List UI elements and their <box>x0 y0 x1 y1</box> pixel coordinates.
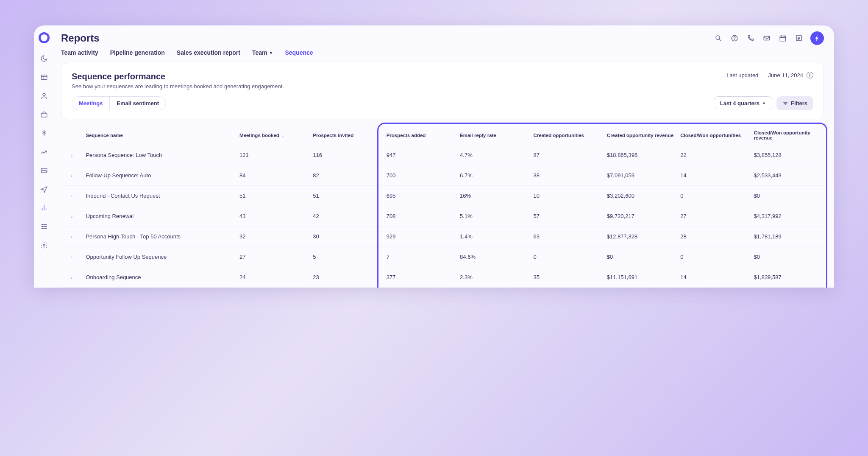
main-content: Reports Team activity Pipeline generatio… <box>54 25 834 288</box>
svg-point-8 <box>44 226 45 227</box>
svg-rect-0 <box>41 75 47 80</box>
svg-point-10 <box>42 228 42 229</box>
calendar-icon[interactable] <box>778 34 787 43</box>
sidebar <box>34 25 54 288</box>
cell-won-rev: $2,533,443 <box>751 165 824 186</box>
svg-point-5 <box>44 224 45 225</box>
segmented-control: Meetings Email sentiment <box>72 96 166 110</box>
cell-created-opp: 0 <box>530 247 603 267</box>
cell-added: 377 <box>383 267 456 288</box>
col-sequence-name[interactable]: Sequence name <box>82 126 236 145</box>
tab-pipeline-generation[interactable]: Pipeline generation <box>110 49 165 56</box>
expand-icon[interactable]: › <box>61 227 82 247</box>
cell-invited: 82 <box>309 165 383 186</box>
table-row: ›Persona High Touch - Top 50 Accounts323… <box>61 227 824 247</box>
expand-icon[interactable]: › <box>61 206 82 227</box>
bolt-button[interactable] <box>810 31 824 45</box>
svg-point-9 <box>45 226 46 227</box>
bar-chart-icon[interactable] <box>39 203 49 213</box>
tab-sequence[interactable]: Sequence <box>285 49 313 56</box>
cell-meetings: 51 <box>236 186 309 206</box>
moon-icon[interactable] <box>39 53 49 64</box>
seg-meetings[interactable]: Meetings <box>72 97 110 110</box>
cell-created-rev: $0 <box>604 247 677 267</box>
cell-invited: 42 <box>309 206 383 227</box>
cell-name: Onboarding Sequence <box>82 267 236 288</box>
send-icon[interactable] <box>39 184 49 194</box>
search-icon[interactable] <box>714 34 723 43</box>
tab-team-activity[interactable]: Team activity <box>61 49 98 56</box>
topbar: Reports <box>61 31 824 45</box>
col-prospects-invited[interactable]: Prospects invited <box>309 126 383 145</box>
filters-button[interactable]: Filters <box>776 96 813 110</box>
col-created-opportunity-revenue[interactable]: Created opportunity revenue <box>604 126 677 145</box>
seg-email-sentiment[interactable]: Email sentiment <box>110 97 166 110</box>
svg-point-6 <box>45 224 46 225</box>
expand-icon[interactable]: › <box>61 145 82 165</box>
cell-created-rev: $11,151,691 <box>604 267 677 288</box>
mail-icon[interactable] <box>762 34 771 43</box>
person-icon[interactable] <box>39 91 49 101</box>
layout-icon[interactable] <box>39 72 49 82</box>
expand-icon[interactable]: › <box>61 186 82 206</box>
col-created-opportunities[interactable]: Created opportunities <box>530 126 603 145</box>
svg-rect-2 <box>41 113 47 117</box>
briefcase-icon[interactable] <box>39 109 49 120</box>
tab-team[interactable]: Team ▼ <box>252 49 273 56</box>
cell-created-rev: $7,091,059 <box>604 165 677 186</box>
cell-created-rev: $9,720,217 <box>604 206 677 227</box>
performance-card: Sequence performance See how your sequen… <box>61 63 824 119</box>
col-prospects-added[interactable]: Prospects added <box>383 126 456 145</box>
cell-meetings: 27 <box>236 247 309 267</box>
trend-icon[interactable] <box>39 147 49 157</box>
cell-meetings: 32 <box>236 227 309 247</box>
info-icon[interactable]: i <box>807 72 813 78</box>
cell-invited: 30 <box>309 227 383 247</box>
cell-reply: 4.7% <box>456 145 530 165</box>
card-title: Sequence performance <box>72 72 284 81</box>
note-icon[interactable] <box>794 34 804 43</box>
grid-icon[interactable] <box>39 221 49 232</box>
cell-won-opp: 0 <box>677 247 750 267</box>
cell-won-rev: $1,781,189 <box>751 227 824 247</box>
col-meetings-booked[interactable]: Meetings booked ↓ <box>236 126 309 145</box>
cell-added: 929 <box>383 227 456 247</box>
cell-won-rev: $1,839,587 <box>751 267 824 288</box>
table-row: ›Follow-Up Sequence: Auto84827006.7%38$7… <box>61 165 824 186</box>
filter-icon <box>782 101 788 106</box>
cell-won-rev: $3,855,128 <box>751 145 824 165</box>
phone-icon[interactable] <box>746 34 755 43</box>
cell-reply: 5.1% <box>456 206 530 227</box>
tabs: Team activity Pipeline generation Sales … <box>61 49 824 56</box>
cell-reply: 6.7% <box>456 165 530 186</box>
cell-name: Follow-Up Sequence: Auto <box>82 165 236 186</box>
tab-sales-execution[interactable]: Sales execution report <box>177 49 240 56</box>
cell-reply: 16% <box>456 186 530 206</box>
date-range-button[interactable]: Last 4 quarters ▼ <box>714 96 772 110</box>
expand-icon[interactable]: › <box>61 165 82 186</box>
cell-created-opp: 87 <box>530 145 603 165</box>
cell-meetings: 121 <box>236 145 309 165</box>
svg-rect-17 <box>764 36 770 40</box>
col-closed-won-opportunity-revenue[interactable]: Closed/Won opportunity revenue <box>751 126 824 145</box>
col-email-reply-rate[interactable]: Email reply rate <box>456 126 530 145</box>
help-icon[interactable] <box>730 34 739 43</box>
cell-invited: 51 <box>309 186 383 206</box>
cell-name: Persona Sequence: Low Touch <box>82 145 236 165</box>
cell-reply: 84.6% <box>456 247 530 267</box>
cell-added: 695 <box>383 186 456 206</box>
cell-added: 700 <box>383 165 456 186</box>
expand-icon[interactable]: › <box>61 267 82 288</box>
col-closed-won-opportunities[interactable]: Closed/Won opportunities <box>677 126 750 145</box>
cell-invited: 5 <box>309 247 383 267</box>
gear-icon[interactable] <box>39 240 49 250</box>
cell-added: 708 <box>383 206 456 227</box>
cell-name: Persona High Touch - Top 50 Accounts <box>82 227 236 247</box>
table-row: ›Inbound - Contact Us Request515169516%1… <box>61 186 824 206</box>
expand-icon[interactable]: › <box>61 247 82 267</box>
table-row: ›Upcoming Renewal43427085.1%57$9,720,217… <box>61 206 824 227</box>
dollar-icon[interactable] <box>39 128 49 138</box>
app-logo[interactable] <box>39 32 50 43</box>
image-icon[interactable] <box>39 165 49 176</box>
cell-created-opp: 38 <box>530 165 603 186</box>
